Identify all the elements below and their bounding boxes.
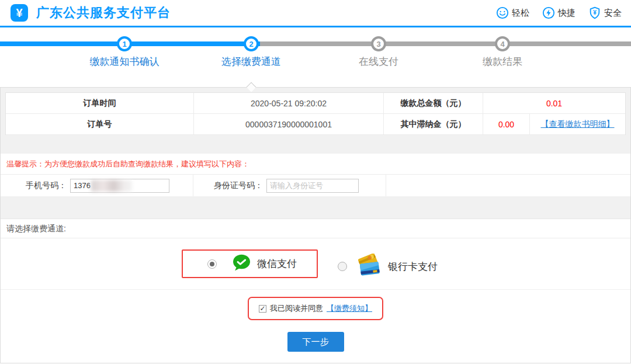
- phone-cell: 手机号码： 1376: [1, 175, 193, 196]
- total-amount-value: 0.01: [483, 93, 625, 114]
- progress-stepper: 1 2 3 4 缴款通知书确认 选择缴费通道 在线支付 缴款结果: [0, 27, 631, 87]
- step-2-number: 2: [249, 40, 253, 48]
- step-label-pay: 在线支付: [359, 55, 398, 68]
- yuan-logo-icon: ¥: [11, 4, 28, 22]
- phone-label: 手机号码：: [26, 181, 67, 191]
- step-circle-2: 2: [244, 36, 259, 51]
- page-title: 广东公共服务支付平台: [36, 4, 171, 22]
- table-row: 订单号 0000037190000001001 其中滞纳金（元） 0.00 【查…: [6, 114, 625, 135]
- badge-fast-label: 快捷: [558, 8, 575, 19]
- wechat-label: 微信支付: [257, 257, 297, 271]
- step-4-number: 4: [500, 40, 504, 48]
- order-time-value: 2020-05-21 09:20:02: [194, 93, 384, 114]
- header-badges: 轻松 快捷 ¥ 安全: [496, 6, 622, 19]
- badge-safe-label: 安全: [604, 8, 622, 19]
- wechat-radio[interactable]: [207, 259, 217, 269]
- step-1-number: 1: [122, 40, 126, 48]
- step-circle-4: 4: [495, 36, 510, 51]
- app-header: ¥ 广东公共服务支付平台 轻松 快捷 ¥ 安全: [0, 0, 631, 27]
- id-input[interactable]: [266, 179, 359, 193]
- channel-options: 微信支付 银行卡支付: [1, 238, 630, 290]
- step-label-result: 缴款结果: [483, 55, 522, 68]
- notice-row: 温馨提示：为方便您缴款成功后自助查询缴款结果，建议填写以下内容：: [1, 154, 630, 175]
- bankcard-icon: [355, 254, 380, 279]
- channel-section: 请选择缴费通道: 微信支付 银行卡支付: [1, 219, 630, 363]
- id-cell: 身份证号码：: [193, 175, 386, 196]
- step-label-confirm: 缴款通知书确认: [90, 55, 160, 68]
- detail-link-cell: 【查看缴款书明细】: [530, 114, 625, 135]
- agreement-text: 我已阅读并同意: [270, 303, 323, 314]
- phone-input[interactable]: 1376: [70, 179, 169, 193]
- notice-text: 温馨提示：为方便您缴款成功后自助查询缴款结果，建议填写以下内容：: [6, 159, 249, 169]
- next-step-button[interactable]: 下一步: [287, 332, 344, 352]
- late-fee-label: 其中滞纳金（元）: [384, 114, 483, 135]
- main-panel: 订单时间 2020-05-21 09:20:02 缴款总金额（元） 0.01 订…: [0, 87, 631, 363]
- svg-text:¥: ¥: [593, 9, 597, 16]
- smiley-icon: [496, 6, 509, 19]
- table-row: 订单时间 2020-05-21 09:20:02 缴款总金额（元） 0.01: [6, 93, 625, 114]
- badge-fast: 快捷: [542, 6, 575, 19]
- step-circle-1: 1: [117, 36, 132, 51]
- shield-yuan-icon: ¥: [588, 6, 601, 19]
- contact-form-row: 手机号码： 1376 身份证号码：: [1, 175, 630, 196]
- agreement-highlight: ✓ 我已阅读并同意 【缴费须知】: [248, 297, 383, 320]
- order-time-label: 订单时间: [6, 93, 194, 114]
- step-circle-3: 3: [371, 36, 386, 51]
- order-info-table: 订单时间 2020-05-21 09:20:02 缴款总金额（元） 0.01 订…: [5, 92, 626, 135]
- bankcard-option[interactable]: 银行卡支付: [338, 254, 438, 279]
- button-row: 下一步: [1, 326, 630, 352]
- badge-easy: 轻松: [496, 6, 529, 19]
- total-amount-label: 缴款总金额（元）: [384, 93, 483, 114]
- id-label: 身份证号码：: [214, 181, 263, 191]
- agreement-row: ✓ 我已阅读并同意 【缴费须知】: [1, 290, 630, 326]
- wechat-option-highlight[interactable]: 微信支付: [182, 249, 318, 278]
- bankcard-radio[interactable]: [338, 262, 347, 271]
- step-3-number: 3: [376, 40, 380, 48]
- order-no-value: 0000037190000001001: [194, 114, 384, 135]
- payment-notice-link[interactable]: 【缴费须知】: [327, 303, 372, 314]
- badge-safe: ¥ 安全: [588, 6, 622, 19]
- channel-prompt: 请选择缴费通道:: [1, 219, 630, 238]
- late-fee-value: 0.00: [483, 114, 530, 135]
- view-bill-detail-link[interactable]: 【查看缴款书明细】: [541, 119, 615, 130]
- order-no-label: 订单号: [6, 114, 194, 135]
- lightning-icon: [542, 6, 555, 19]
- check-icon: ✓: [259, 305, 265, 312]
- badge-easy-label: 轻松: [512, 8, 529, 19]
- step-label-channel: 选择缴费通道: [221, 55, 281, 68]
- wechat-icon: [232, 254, 251, 274]
- yuan-glyph: ¥: [16, 6, 22, 20]
- phone-value: 1376: [74, 181, 91, 190]
- bankcard-label: 银行卡支付: [388, 260, 438, 273]
- empty-cell: [386, 175, 630, 196]
- phone-redaction-blur: [91, 180, 132, 192]
- agreement-checkbox[interactable]: ✓: [259, 305, 266, 313]
